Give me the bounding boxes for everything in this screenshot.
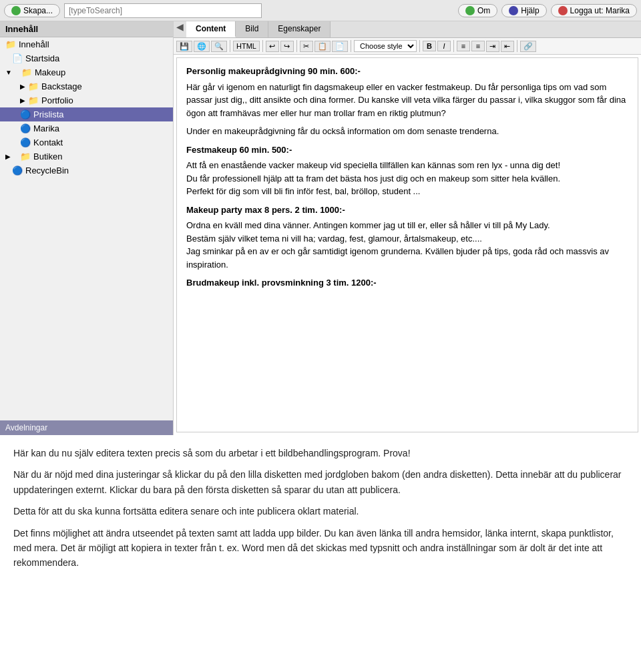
toolbar-separator bbox=[230, 40, 230, 52]
logout-label: Logga ut: Marika bbox=[570, 6, 630, 15]
om-icon bbox=[465, 6, 475, 15]
search-input[interactable] bbox=[64, 3, 262, 18]
editor-content[interactable]: Personlig makeuprådgivning 90 min. 600:-… bbox=[176, 57, 638, 432]
sidebar-item-butiken[interactable]: ▶ 📁 Butiken bbox=[0, 149, 173, 163]
para-1: Här går vi igenom en naturligt fin dagsm… bbox=[186, 81, 628, 120]
page-icon: 🔵 bbox=[20, 109, 31, 119]
undo-button[interactable]: ↩ bbox=[266, 41, 279, 52]
logout-button[interactable]: Logga ut: Marika bbox=[551, 4, 637, 17]
tab-egenskaper[interactable]: Egenskaper bbox=[268, 21, 331, 37]
bottom-section: Här kan du nu själv editera texten preci… bbox=[0, 435, 641, 588]
top-toolbar: Skapa... Om Hjälp Logga ut: Marika bbox=[0, 0, 641, 21]
hjälp-button[interactable]: Hjälp bbox=[501, 4, 546, 17]
link-button[interactable]: 🔗 bbox=[520, 41, 536, 52]
om-button[interactable]: Om bbox=[458, 4, 497, 17]
html-button[interactable]: HTML bbox=[233, 41, 260, 51]
bold-button[interactable]: B bbox=[423, 41, 436, 51]
folder-icon: 📁 bbox=[5, 39, 16, 49]
toolbar-separator-5 bbox=[419, 40, 420, 52]
folder-icon: 📁 bbox=[28, 95, 39, 105]
toolbar-separator-4 bbox=[351, 40, 351, 52]
bottom-para-1: Här kan du nu själv editera texten preci… bbox=[13, 446, 628, 460]
cut-button[interactable]: ✂ bbox=[300, 41, 313, 52]
bottom-para-4: Det finns möjlighet att ändra utseendet … bbox=[13, 526, 628, 571]
toolbar-separator-3 bbox=[296, 40, 297, 52]
heading-1: Personlig makeuprådgivning 90 min. 600:- bbox=[186, 65, 628, 78]
folder-icon: 📁 bbox=[28, 81, 39, 91]
outdent-button[interactable]: ⇤ bbox=[501, 41, 514, 52]
arrow-down-icon: ▼ bbox=[5, 69, 12, 76]
folder-icon: 📁 bbox=[21, 67, 32, 77]
preview-button[interactable]: 🔍 bbox=[211, 41, 227, 52]
italic-button[interactable]: I bbox=[437, 41, 451, 51]
tab-bar: ◀ Content Bild Egenskaper bbox=[174, 21, 641, 38]
page-icon: 🔵 bbox=[20, 137, 31, 147]
sidebar: Innehåll 📁 Innehåll 📄 Startsida ▼ 📁 Make… bbox=[0, 21, 174, 435]
heading-4: Brudmakeup inkl. provsminkning 3 tim. 12… bbox=[186, 276, 628, 290]
sidebar-item-kontakt[interactable]: 🔵 Kontakt bbox=[0, 135, 173, 149]
sidebar-item-startsida[interactable]: 📄 Startsida bbox=[0, 51, 173, 65]
bottom-para-3: Detta för att du ska kunna fortsätta edi… bbox=[13, 504, 628, 519]
tab-content[interactable]: Content bbox=[186, 21, 236, 37]
style-select[interactable]: Choose style bbox=[354, 40, 417, 52]
save-button[interactable]: 💾 bbox=[176, 41, 192, 52]
save-publish-button[interactable]: 🌐 bbox=[194, 41, 210, 52]
sidebar-item-prislista[interactable]: 🔵 Prislista bbox=[0, 107, 173, 121]
unordered-list-button[interactable]: ≡ bbox=[457, 41, 470, 51]
page-icon: 🔵 bbox=[20, 123, 31, 133]
toolbar-separator-2 bbox=[262, 40, 263, 52]
arrow-right-icon: ▶ bbox=[5, 153, 11, 160]
sidebar-item-innehall[interactable]: 📁 Innehåll bbox=[0, 37, 173, 51]
logout-icon bbox=[558, 6, 568, 15]
para-2: Under en makeuprådgivning får du också i… bbox=[186, 125, 628, 138]
para-3: Att få en enastående vacker makeup vid s… bbox=[186, 159, 628, 198]
sidebar-footer: Avdelningar bbox=[0, 420, 173, 435]
hjälp-icon bbox=[509, 6, 518, 15]
sidebar-item-backstage[interactable]: ▶ 📁 Backstage bbox=[0, 79, 173, 93]
page-icon: 📄 bbox=[12, 53, 23, 63]
folder-icon: 📁 bbox=[20, 151, 31, 161]
editor-toolbar: 💾 🌐 🔍 HTML ↩ ↪ ✂ 📋 📄 Choose style B I bbox=[174, 38, 641, 55]
skapa-button[interactable]: Skapa... bbox=[4, 4, 60, 17]
sidebar-item-recyclebin[interactable]: 🔵 RecycleBin bbox=[0, 163, 173, 178]
hjälp-label: Hjälp bbox=[521, 6, 539, 15]
tab-nav-left[interactable]: ◀ bbox=[174, 21, 186, 37]
skapa-label: Skapa... bbox=[23, 6, 53, 15]
toolbar-separator-7 bbox=[517, 40, 517, 52]
sidebar-item-marika[interactable]: 🔵 Marika bbox=[0, 121, 173, 135]
para-4: Ordna en kväll med dina vänner. Antingen… bbox=[186, 219, 628, 271]
toolbar-separator-6 bbox=[453, 40, 454, 52]
skapa-icon bbox=[11, 6, 21, 15]
sidebar-item-portfolio[interactable]: ▶ 📁 Portfolio bbox=[0, 93, 173, 107]
heading-2: Festmakeup 60 min. 500:- bbox=[186, 143, 628, 157]
copy-button[interactable]: 📋 bbox=[314, 41, 331, 52]
om-label: Om bbox=[477, 6, 490, 15]
recycle-icon: 🔵 bbox=[12, 165, 23, 176]
content-area: ◀ Content Bild Egenskaper 💾 🌐 🔍 HTML ↩ ↪… bbox=[174, 21, 641, 435]
tab-bild[interactable]: Bild bbox=[236, 21, 268, 37]
sidebar-item-makeup[interactable]: ▼ 📁 Makeup bbox=[0, 65, 173, 79]
redo-button[interactable]: ↪ bbox=[280, 41, 294, 52]
heading-3: Makeup party max 8 pers. 2 tim. 1000:- bbox=[186, 204, 628, 217]
main-layout: Innehåll 📁 Innehåll 📄 Startsida ▼ 📁 Make… bbox=[0, 21, 641, 435]
paste-button[interactable]: 📄 bbox=[332, 41, 348, 52]
sidebar-header: Innehåll bbox=[0, 21, 173, 37]
indent-button[interactable]: ⇥ bbox=[486, 41, 499, 52]
ordered-list-button[interactable]: ≡ bbox=[471, 41, 485, 51]
bottom-para-2: När du är nöjd med dina justeringar så k… bbox=[13, 467, 628, 497]
